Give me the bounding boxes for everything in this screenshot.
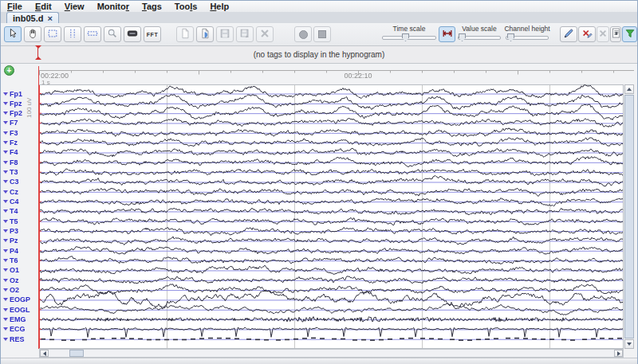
channel-collapse-icon[interactable]	[3, 298, 8, 301]
stop-button[interactable]	[313, 26, 331, 42]
channel-label-o1[interactable]: O1	[3, 265, 19, 275]
channel-label-fp2[interactable]: Fp2	[3, 108, 22, 118]
select-cursor-button[interactable]	[4, 26, 22, 42]
menu-edit[interactable]: Edit	[29, 2, 58, 12]
channel-collapse-icon[interactable]	[3, 141, 8, 144]
channel-collapse-icon[interactable]	[3, 180, 8, 183]
channel-label-p3[interactable]: P3	[3, 226, 18, 236]
channel-collapse-icon[interactable]	[3, 190, 8, 194]
menu-tools[interactable]: Tools	[168, 2, 204, 12]
channel-label-cz[interactable]: Cz	[3, 187, 18, 197]
channel-label-t3[interactable]: T3	[3, 167, 18, 177]
channel-collapse-icon[interactable]	[3, 200, 8, 203]
channel-label-eogl[interactable]: EOGL	[3, 305, 30, 315]
channel-collapse-icon[interactable]	[3, 249, 8, 252]
channel-collapse-icon[interactable]	[3, 279, 8, 282]
channel-collapse-icon[interactable]	[3, 92, 8, 96]
channel-collapse-icon[interactable]	[3, 268, 8, 272]
channel-label-c4[interactable]: C4	[3, 197, 19, 206]
channel-label-t4[interactable]: T4	[3, 206, 18, 216]
channel-collapse-icon[interactable]	[3, 318, 8, 321]
scroll-down-button[interactable]	[624, 339, 634, 349]
channel-label-o2[interactable]: O2	[3, 285, 19, 295]
record-button[interactable]	[294, 26, 312, 42]
channel-collapse-icon[interactable]	[3, 121, 8, 124]
filter-button[interactable]	[622, 26, 637, 42]
scroll-up-button[interactable]	[624, 84, 634, 94]
channel-label-fz[interactable]: Fz	[3, 138, 18, 147]
channel-collapse-icon[interactable]	[3, 102, 8, 105]
time-scale-slider[interactable]	[380, 33, 438, 42]
vertical-scrollbar[interactable]	[624, 84, 634, 349]
channel-label-f7[interactable]: F7	[3, 118, 18, 127]
menu-file[interactable]: File	[1, 2, 29, 12]
measure-button[interactable]	[124, 26, 141, 42]
channel-label-f3[interactable]: F3	[3, 128, 18, 138]
channel-name: Pz	[10, 237, 18, 245]
channel-label-emg[interactable]: EMG	[3, 315, 26, 324]
time-scale-thumb[interactable]	[402, 33, 409, 41]
scroll-left-button[interactable]	[40, 350, 49, 357]
rect-select-button[interactable]	[44, 26, 61, 42]
notes-button[interactable]	[610, 26, 621, 42]
zoom-button[interactable]	[104, 26, 121, 42]
channel-height-slider[interactable]	[504, 33, 550, 42]
channel-label-t5[interactable]: T5	[3, 217, 18, 226]
vertical-select-button[interactable]	[64, 26, 81, 42]
channel-label-p4[interactable]: P4	[3, 246, 18, 256]
edit-tag-button[interactable]	[560, 26, 577, 42]
horizontal-scroll-thumb[interactable]	[69, 350, 84, 357]
fft-button[interactable]: FFT	[144, 26, 161, 42]
channel-collapse-icon[interactable]	[3, 327, 8, 331]
channel-height-thumb[interactable]	[507, 33, 514, 41]
new-page-button[interactable]	[176, 26, 194, 42]
horizontal-scrollbar[interactable]	[39, 349, 624, 358]
channel-collapse-icon[interactable]	[3, 229, 8, 233]
channel-collapse-icon[interactable]	[3, 131, 8, 135]
channel-label-ecg[interactable]: ECG	[3, 324, 26, 334]
channel-collapse-icon[interactable]	[3, 288, 8, 292]
fit-time-button[interactable]	[439, 26, 455, 42]
menu-tags[interactable]: Tags	[136, 2, 168, 12]
save-button[interactable]	[216, 26, 234, 42]
channel-collapse-icon[interactable]	[3, 112, 8, 115]
channel-label-eogp[interactable]: EOGP	[3, 295, 30, 304]
tab-close-icon[interactable]: ×	[48, 14, 53, 22]
channel-label-f8[interactable]: F8	[3, 158, 18, 167]
channel-collapse-icon[interactable]	[3, 338, 8, 341]
scroll-right-button[interactable]	[614, 350, 623, 357]
hypnogram-strip[interactable]: (no tags to display in the hypnogram)	[1, 46, 637, 64]
channel-label-fpz[interactable]: Fpz	[3, 99, 22, 108]
close-file-button[interactable]	[256, 26, 274, 42]
channel-label-t6[interactable]: T6	[3, 256, 18, 265]
page-preview-button[interactable]	[196, 26, 214, 42]
waveform-canvas[interactable]	[39, 84, 624, 349]
pan-hand-button[interactable]	[24, 26, 41, 42]
channel-collapse-icon[interactable]	[3, 308, 8, 311]
delete-tag-button[interactable]	[578, 26, 596, 42]
channel-collapse-icon[interactable]	[3, 170, 8, 174]
channel-label-oz[interactable]: Oz	[3, 276, 19, 285]
channel-label-f4[interactable]: F4	[3, 147, 18, 157]
value-scale-slider[interactable]	[456, 33, 502, 42]
add-channel-button[interactable]: +	[4, 65, 14, 76]
save-as-button[interactable]	[236, 26, 254, 42]
menu-view[interactable]: View	[58, 2, 91, 12]
channel-collapse-icon[interactable]	[3, 209, 8, 213]
menu-monitor[interactable]: Monitor	[91, 2, 136, 12]
channel-collapse-icon[interactable]	[3, 151, 8, 154]
channel-collapse-icon[interactable]	[3, 220, 8, 223]
value-scale-thumb[interactable]	[459, 33, 466, 41]
remove-tag-button[interactable]	[597, 26, 609, 42]
channel-collapse-icon[interactable]	[3, 259, 8, 262]
channel-label-fp1[interactable]: Fp1	[3, 89, 22, 99]
channel-collapse-icon[interactable]	[3, 161, 8, 164]
menu-help[interactable]: Help	[203, 2, 235, 12]
horizontal-select-button[interactable]	[84, 26, 101, 42]
vertical-scroll-thumb[interactable]	[624, 95, 634, 339]
channel-collapse-icon[interactable]	[3, 239, 8, 242]
channel-label-pz[interactable]: Pz	[3, 236, 18, 245]
channel-label-res[interactable]: RES	[3, 335, 25, 344]
channel-label-c3[interactable]: C3	[3, 177, 19, 186]
tab-inb05[interactable]: inb05.d ×	[6, 12, 59, 24]
